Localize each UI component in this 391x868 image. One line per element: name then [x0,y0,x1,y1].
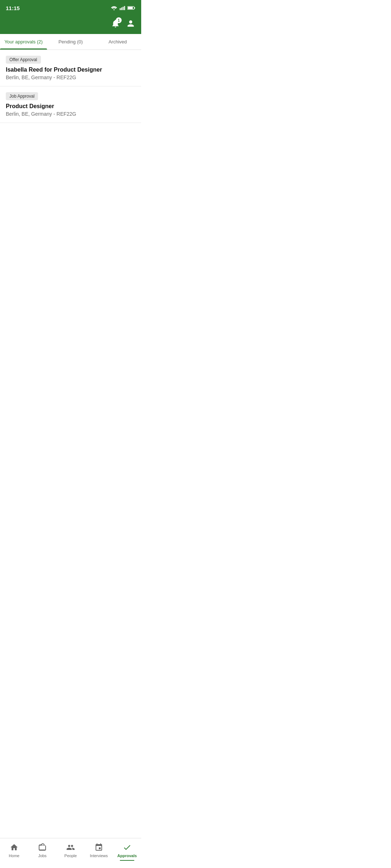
svg-rect-3 [124,6,125,10]
bottom-nav: Home Jobs People Interviews [0,838,141,868]
main-content: Offer Approval Isabella Reed for Product… [0,50,141,152]
app-bar: 1 [0,16,141,34]
svg-rect-0 [120,8,121,10]
approvals-nav-label: Approvals [117,854,137,858]
offer-approval-subtitle: Berlin, BE, Germany - REF22G [6,75,135,80]
status-icons [111,5,135,10]
signal-icon [119,5,125,10]
interviews-nav-label: Interviews [90,854,108,858]
profile-button[interactable] [126,19,135,30]
approvals-list: Offer Approval Isabella Reed for Product… [0,50,141,123]
jobs-nav-icon [38,843,47,852]
notification-badge: 1 [116,17,122,23]
offer-approval-badge: Offer Approval [6,56,41,64]
jobs-nav-label: Jobs [38,854,46,858]
tab-pending[interactable]: Pending (0) [47,34,94,50]
battery-icon [127,6,135,10]
status-bar: 11:15 [0,0,141,16]
job-approval-subtitle: Berlin, BE, Germany - REF22G [6,111,135,117]
svg-rect-2 [123,7,124,10]
svg-rect-1 [121,8,122,10]
nav-active-indicator [120,860,134,861]
svg-rect-6 [128,7,133,9]
tab-your-approvals[interactable]: Your approvals (2) [0,34,47,50]
people-nav-icon [66,843,75,852]
job-approval-badge: Job Approval [6,92,38,100]
notification-button[interactable]: 1 [111,19,120,30]
home-nav-label: Home [9,854,19,858]
offer-approval-title: Isabella Reed for Product Designer [6,67,135,73]
interviews-nav-icon [94,843,104,852]
approval-card-job[interactable]: Job Approval Product Designer Berlin, BE… [0,86,141,123]
nav-people[interactable]: People [56,841,85,862]
approval-card-offer[interactable]: Offer Approval Isabella Reed for Product… [0,50,141,86]
tabs: Your approvals (2) Pending (0) Archived [0,34,141,50]
nav-jobs[interactable]: Jobs [28,841,56,862]
home-nav-icon [9,843,19,852]
status-time: 11:15 [6,5,20,11]
svg-rect-5 [134,7,135,8]
account-icon [126,19,135,28]
approvals-nav-icon [122,843,132,852]
people-nav-label: People [64,854,77,858]
tab-archived[interactable]: Archived [94,34,141,50]
wifi-icon [111,5,117,10]
nav-approvals[interactable]: Approvals [113,841,141,862]
nav-home[interactable]: Home [0,841,28,862]
job-approval-title: Product Designer [6,103,135,110]
nav-interviews[interactable]: Interviews [85,841,113,862]
